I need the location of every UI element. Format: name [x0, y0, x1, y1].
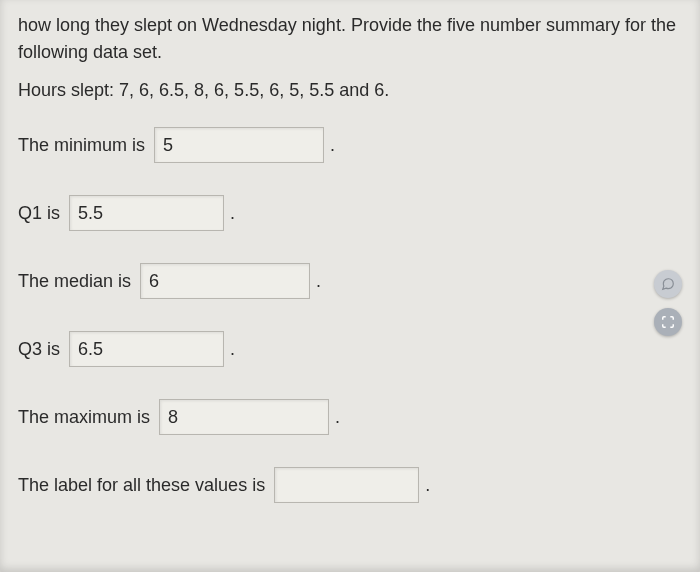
floating-controls — [654, 270, 682, 336]
worksheet-page: how long they slept on Wednesday night. … — [0, 0, 700, 572]
q3-input[interactable] — [69, 331, 224, 367]
q3-label: Q3 is — [18, 339, 65, 360]
minimum-input[interactable] — [154, 127, 324, 163]
intro-line2: following data set. — [18, 42, 162, 62]
row-q3: Q3 is . — [18, 331, 682, 367]
q1-label: Q1 is — [18, 203, 65, 224]
intro-text: how long they slept on Wednesday night. … — [18, 12, 682, 66]
intro-line1: how long they slept on Wednesday night. … — [18, 15, 676, 35]
median-input[interactable] — [140, 263, 310, 299]
comment-icon[interactable] — [654, 270, 682, 298]
label-values-label: The label for all these values is — [18, 475, 270, 496]
label-values-input[interactable] — [274, 467, 419, 503]
q1-input[interactable] — [69, 195, 224, 231]
period-text: . — [335, 407, 340, 428]
row-maximum: The maximum is . — [18, 399, 682, 435]
maximum-input[interactable] — [159, 399, 329, 435]
row-median: The median is . — [18, 263, 682, 299]
minimum-label: The minimum is — [18, 135, 150, 156]
median-label: The median is — [18, 271, 136, 292]
period-text: . — [425, 475, 430, 496]
period-text: . — [316, 271, 321, 292]
maximum-label: The maximum is — [18, 407, 155, 428]
fullscreen-icon[interactable] — [654, 308, 682, 336]
dataset-text: Hours slept: 7, 6, 6.5, 8, 6, 5.5, 6, 5,… — [18, 80, 682, 101]
period-text: . — [230, 339, 235, 360]
period-text: . — [330, 135, 335, 156]
row-q1: Q1 is . — [18, 195, 682, 231]
period-text: . — [230, 203, 235, 224]
row-minimum: The minimum is . — [18, 127, 682, 163]
row-label-values: The label for all these values is . — [18, 467, 682, 503]
